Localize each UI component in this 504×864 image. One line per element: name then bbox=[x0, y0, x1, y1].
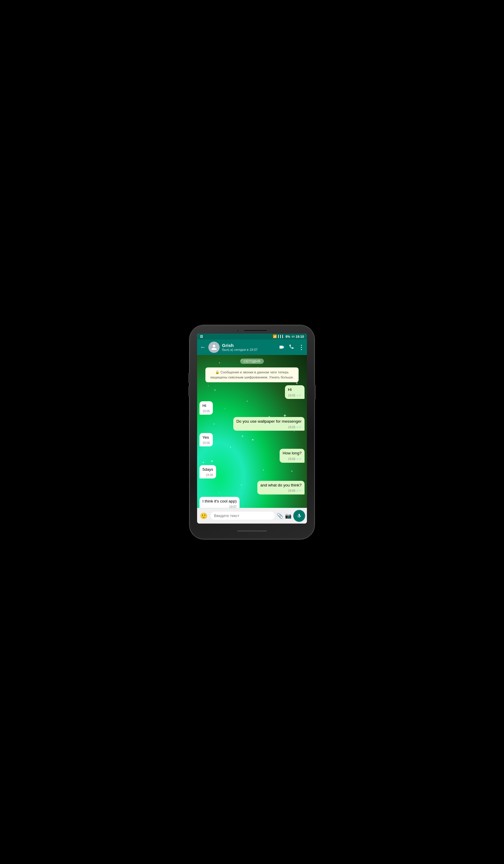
menu-button[interactable]: ⋮ bbox=[298, 344, 304, 351]
message-bubble-received: 5days 19:06 bbox=[200, 465, 216, 478]
phone-device: 🖼 📶 ▎▎▎ 8% ▭ 19:10 ← Grish был(-а) сегод… bbox=[190, 325, 314, 539]
read-tick: ✓✓ bbox=[296, 425, 302, 430]
message-bubble-received: I think it's cool app) 19:07 bbox=[200, 497, 240, 508]
notification-icon: 🖼 bbox=[200, 335, 203, 338]
camera-button[interactable]: 📷 bbox=[285, 513, 291, 519]
table-row: Hi 19:05 ✓✓ bbox=[200, 385, 304, 399]
message-bubble-received: Yes 19:06 bbox=[200, 433, 213, 446]
status-right: 📶 ▎▎▎ 8% ▭ 19:10 bbox=[273, 335, 304, 338]
table-row: 5days 19:06 bbox=[200, 465, 304, 478]
call-button[interactable] bbox=[289, 344, 294, 350]
camera-dot bbox=[237, 329, 239, 332]
message-text: How long? bbox=[283, 451, 302, 455]
table-row: How long? 19:06 ✓✓ bbox=[200, 449, 304, 463]
volume-up-button bbox=[188, 373, 190, 383]
message-text: Hi bbox=[202, 403, 206, 408]
message-time: 19:07 bbox=[229, 505, 237, 508]
status-left: 🖼 bbox=[200, 335, 203, 338]
message-bubble-sent: and what do you think? 19:06 ✓✓ bbox=[257, 481, 304, 494]
message-time: 19:06 bbox=[288, 457, 295, 461]
mic-button[interactable] bbox=[293, 510, 305, 522]
chat-header: ← Grish был(-а) сегодня в 19:07 ⋮ bbox=[197, 339, 307, 355]
read-tick: ✓✓ bbox=[296, 457, 302, 461]
bubble-meta: 19:06 bbox=[202, 473, 213, 477]
phone-screen: 🖼 📶 ▎▎▎ 8% ▭ 19:10 ← Grish был(-а) сегод… bbox=[197, 334, 307, 524]
bubble-meta: 19:07 bbox=[202, 505, 237, 508]
battery-percentage: 8% bbox=[286, 335, 290, 338]
signal-bars: ▎▎▎ bbox=[278, 335, 284, 338]
date-divider: СЕГОДНЯ bbox=[240, 359, 264, 364]
table-row: Hi 19:05 bbox=[200, 401, 304, 415]
read-tick: ✓✓ bbox=[296, 393, 302, 398]
video-call-button[interactable] bbox=[279, 344, 285, 350]
table-row: Yes 19:06 bbox=[200, 433, 304, 446]
phone-top bbox=[190, 325, 314, 334]
message-bubble-sent: How long? 19:06 ✓✓ bbox=[280, 449, 304, 463]
message-text: 5days bbox=[202, 467, 213, 472]
contact-info: Grish был(-а) сегодня в 19:07 bbox=[222, 343, 276, 351]
table-row: I think it's cool app) 19:07 bbox=[200, 497, 304, 508]
clock: 19:10 bbox=[296, 335, 304, 338]
message-bubble-sent: Hi 19:05 ✓✓ bbox=[285, 385, 304, 399]
contact-status: был(-а) сегодня в 19:07 bbox=[222, 348, 276, 351]
contact-name: Grish bbox=[222, 343, 276, 348]
battery-icon: ▭ bbox=[291, 335, 295, 338]
speaker-bar bbox=[244, 329, 267, 332]
back-button[interactable]: ← bbox=[200, 344, 206, 350]
bubble-meta: 19:05 ✓✓ bbox=[288, 393, 302, 398]
table-row: and what do you think? 19:06 ✓✓ bbox=[200, 481, 304, 494]
input-bar: 🙂 📎 📷 bbox=[197, 508, 307, 524]
volume-down-button bbox=[188, 386, 190, 397]
bubble-meta: 19:06 ✓✓ bbox=[283, 457, 302, 461]
power-button bbox=[314, 385, 316, 399]
message-time: 19:05 bbox=[288, 394, 295, 398]
phone-bottom bbox=[237, 524, 267, 538]
message-text: I think it's cool app) bbox=[202, 499, 237, 503]
encryption-notice: 🔒 Сообщения и звонки в данном чате тепер… bbox=[205, 368, 299, 383]
header-actions: ⋮ bbox=[279, 344, 304, 351]
message-time: 19:05 bbox=[288, 425, 295, 430]
bubble-meta: 19:06 bbox=[202, 441, 210, 445]
chat-area: ✦ ✦ ✦ ✦ ✦ ✦ СЕГОДНЯ 🔒 Сообщения и звонки… bbox=[197, 355, 307, 508]
status-bar: 🖼 📶 ▎▎▎ 8% ▭ 19:10 bbox=[197, 334, 307, 339]
home-bar bbox=[237, 530, 267, 531]
message-time: 19:06 bbox=[206, 473, 213, 477]
attach-button[interactable]: 📎 bbox=[277, 513, 283, 519]
wifi-icon: 📶 bbox=[273, 335, 277, 338]
message-text: Hi bbox=[288, 387, 292, 392]
message-time: 19:06 bbox=[288, 489, 295, 493]
avatar bbox=[208, 341, 220, 353]
message-input[interactable] bbox=[211, 512, 275, 520]
message-text: Do you use wallpaper for messenger bbox=[236, 419, 302, 423]
messages-container: СЕГОДНЯ 🔒 Сообщения и звонки в данном ча… bbox=[197, 355, 307, 508]
bubble-meta: 19:05 bbox=[202, 409, 210, 413]
message-bubble-sent: Do you use wallpaper for messenger 19:05… bbox=[233, 417, 304, 431]
bubble-meta: 19:05 ✓✓ bbox=[236, 425, 302, 430]
message-text: and what do you think? bbox=[260, 483, 302, 487]
message-bubble-received: Hi 19:05 bbox=[200, 401, 213, 415]
read-tick: ✓✓ bbox=[296, 489, 302, 493]
emoji-button[interactable]: 🙂 bbox=[199, 512, 209, 520]
message-time: 19:06 bbox=[202, 441, 210, 445]
message-time: 19:05 bbox=[202, 409, 210, 413]
message-text: Yes bbox=[202, 435, 209, 440]
bubble-meta: 19:06 ✓✓ bbox=[260, 489, 302, 493]
table-row: Do you use wallpaper for messenger 19:05… bbox=[200, 417, 304, 431]
